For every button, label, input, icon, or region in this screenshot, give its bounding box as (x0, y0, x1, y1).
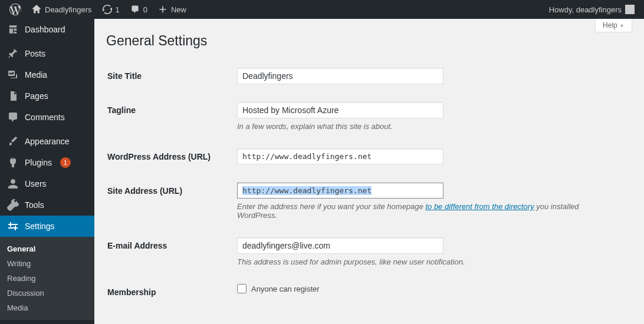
tagline-input[interactable] (237, 102, 443, 118)
sidebar-label: Settings (25, 221, 55, 231)
comments-menu[interactable]: 0 (126, 0, 152, 19)
media-icon (7, 69, 19, 81)
sidebar-label: Appearance (25, 137, 70, 146)
site-title-input[interactable] (237, 68, 443, 84)
label-email: E-mail Address (107, 230, 237, 261)
comment-icon (130, 5, 140, 14)
new-content-menu[interactable]: New (153, 0, 191, 19)
sidebar-item-dashboard[interactable]: Dashboard (0, 19, 94, 40)
comments-count: 0 (143, 5, 147, 14)
sidebar-label: Tools (25, 200, 44, 210)
membership-checkbox-label: Anyone can register (251, 285, 320, 293)
user-icon (7, 178, 19, 190)
sidebar-item-plugins[interactable]: Plugins 1 (0, 152, 94, 173)
page-icon (7, 90, 19, 102)
sidebar-item-appearance[interactable]: Appearance (0, 131, 94, 152)
admin-sidebar: Dashboard Posts Media Pages Comments App… (0, 19, 94, 324)
update-icon (103, 5, 112, 14)
site-name: Deadlyfingers (45, 5, 92, 14)
submenu-media[interactable]: Media (0, 300, 94, 315)
email-desc: This address is used for admin purposes,… (237, 257, 615, 266)
sidebar-label: Posts (25, 49, 45, 58)
comments-icon (7, 111, 19, 123)
site-url-desc: Enter the address here if you want your … (237, 202, 615, 220)
pin-icon (7, 48, 19, 59)
user-menu[interactable]: Howdy, deadlyfingers (544, 0, 639, 19)
label-membership: Membership (107, 277, 237, 308)
submenu-general[interactable]: General (0, 242, 94, 256)
sidebar-label: Dashboard (25, 25, 65, 34)
plugins-update-badge: 1 (60, 157, 71, 168)
settings-submenu: General Writing Reading Discussion Media (0, 237, 94, 320)
submenu-discussion[interactable]: Discussion (0, 286, 94, 300)
home-icon (32, 5, 41, 14)
label-tagline: Tagline (107, 95, 237, 125)
sidebar-item-posts[interactable]: Posts (0, 43, 94, 64)
help-tab[interactable]: Help ▼ (595, 19, 632, 32)
updates-menu[interactable]: 1 (98, 0, 124, 19)
wrench-icon (7, 199, 19, 211)
sidebar-item-tools[interactable]: Tools (0, 194, 94, 216)
label-wp-url: WordPress Address (URL) (107, 141, 237, 172)
main-content: Help ▼ General Settings Site Title Tagli… (94, 19, 644, 324)
updates-count: 1 (116, 5, 120, 14)
greeting-text: Howdy, deadlyfingers (549, 5, 622, 14)
tagline-desc: In a few words, explain what this site i… (237, 122, 615, 131)
plus-icon (158, 5, 167, 14)
avatar (625, 5, 635, 14)
wordpress-icon (9, 4, 21, 15)
chevron-down-icon: ▼ (619, 23, 625, 29)
wp-logo-menu[interactable] (5, 0, 26, 19)
sliders-icon (7, 220, 19, 232)
label-site-title: Site Title (107, 61, 237, 91)
label-site-url: Site Address (URL) (107, 176, 237, 206)
submenu-writing[interactable]: Writing (0, 256, 94, 271)
brush-icon (7, 135, 19, 147)
dashboard-icon (7, 24, 19, 35)
sidebar-item-comments[interactable]: Comments (0, 107, 94, 128)
admin-toolbar: Deadlyfingers 1 0 New Howdy, deadlyfinge… (0, 0, 644, 19)
submenu-reading[interactable]: Reading (0, 271, 94, 286)
sidebar-label: Media (25, 70, 47, 80)
email-input[interactable] (237, 237, 443, 254)
site-url-input[interactable]: http://www.deadlyfingers.net (237, 183, 443, 199)
sidebar-item-settings[interactable]: Settings (0, 216, 94, 237)
site-name-menu[interactable]: Deadlyfingers (27, 0, 97, 19)
membership-checkbox[interactable] (237, 284, 247, 293)
page-title: General Settings (106, 25, 632, 51)
wp-url-input[interactable] (237, 148, 443, 164)
sidebar-item-media[interactable]: Media (0, 64, 94, 85)
sidebar-label: Users (25, 179, 47, 189)
plugin-icon (7, 157, 19, 168)
site-url-desc-link[interactable]: to be different from the directory (425, 202, 534, 211)
sidebar-label: Plugins (25, 158, 52, 167)
sidebar-item-users[interactable]: Users (0, 173, 94, 194)
new-label: New (171, 5, 186, 14)
sidebar-label: Pages (25, 91, 48, 101)
sidebar-label: Comments (25, 113, 65, 122)
sidebar-item-pages[interactable]: Pages (0, 85, 94, 107)
